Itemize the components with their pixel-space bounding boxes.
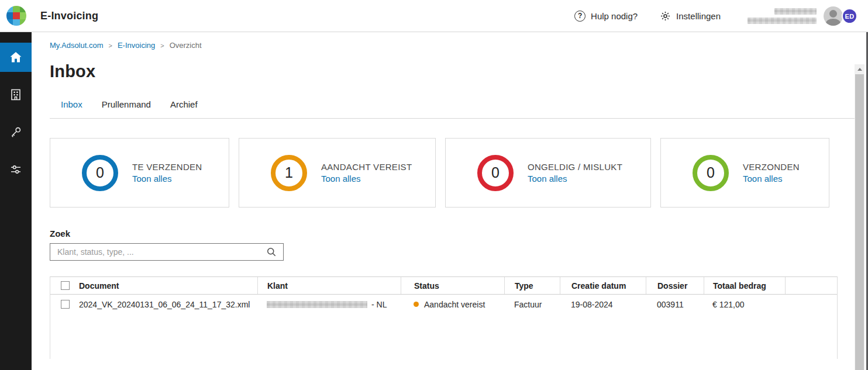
main-content: My.Adsolut.com > E-Invoicing > Overzicht… (32, 32, 854, 370)
table-row[interactable]: 2024_VK_20240131_06_06_24_11_17_32.xml -… (50, 295, 837, 314)
breadcrumb-link-home[interactable]: My.Adsolut.com (50, 41, 104, 50)
breadcrumb-separator: > (109, 42, 112, 49)
sidebar-item-settings[interactable] (0, 155, 32, 184)
building-icon (9, 88, 23, 102)
settings-label: Instellingen (676, 11, 721, 21)
toon-alles-link[interactable]: Toon alles (743, 174, 800, 184)
avatar-initials-badge: ED (842, 8, 857, 24)
user-account[interactable]: ED (748, 6, 857, 26)
search-label: Zoek (50, 229, 854, 238)
sliders-icon (9, 162, 23, 177)
app-logo (6, 6, 26, 26)
home-icon (9, 50, 23, 64)
breadcrumb: My.Adsolut.com > E-Invoicing > Overzicht (50, 41, 854, 50)
help-icon: ? (574, 11, 585, 22)
column-header-creatie-datum: Creatie datum (571, 281, 626, 291)
help-menu-item[interactable]: ? Hulp nodig? (574, 11, 638, 22)
column-header-type: Type (515, 281, 533, 291)
tabs-divider (50, 118, 856, 119)
sidebar-item-dossiers[interactable] (0, 80, 32, 109)
column-header-status: Status (414, 281, 439, 291)
redacted-text-line (748, 18, 817, 24)
card-ongeldig-mislukt: 0 ONGELDIG / MISLUKT Toon alles (445, 138, 651, 208)
row-status: Aandacht vereist (424, 300, 485, 309)
documents-table: Document Klant Status Type Creatie datum… (50, 276, 838, 359)
row-dossier: 003911 (657, 300, 684, 309)
user-avatar-icon (824, 6, 843, 26)
breadcrumb-separator: > (160, 42, 164, 49)
scrollbar-up-button[interactable] (855, 64, 864, 74)
column-header-klant: Klant (267, 281, 288, 291)
row-totaal-bedrag: € 121,00 (712, 300, 745, 309)
sidebar-item-home[interactable] (0, 43, 32, 72)
row-document-name: 2024_VK_20240131_06_06_24_11_17_32.xml (79, 300, 250, 309)
gear-icon (660, 11, 671, 22)
user-name-redacted (748, 8, 817, 24)
tab-inbox[interactable]: Inbox (61, 99, 82, 109)
count-ring-green: 0 (693, 155, 729, 191)
count-ring-red: 0 (477, 155, 514, 191)
card-label: ONGELDIG / MISLUKT (528, 162, 622, 172)
settings-menu-item[interactable]: Instellingen (660, 11, 721, 22)
tab-prullenmand[interactable]: Prullenmand (102, 99, 151, 109)
table-header-row: Document Klant Status Type Creatie datum… (50, 277, 837, 295)
help-label: Hulp nodig? (591, 11, 638, 21)
card-label: AANDACHT VEREIST (321, 162, 412, 172)
row-klant-suffix: - NL (371, 300, 387, 309)
breadcrumb-current: Overzicht (170, 41, 202, 50)
count-ring-blue: 0 (82, 155, 118, 191)
card-te-verzenden: 0 TE VERZENDEN Toon alles (50, 138, 229, 208)
row-klant-redacted (267, 301, 367, 308)
vertical-scrollbar[interactable] (855, 64, 864, 370)
row-checkbox[interactable] (61, 300, 70, 309)
search-box (50, 243, 284, 261)
toon-alles-link[interactable]: Toon alles (132, 174, 202, 184)
summary-cards: 0 TE VERZENDEN Toon alles 1 AANDACHT VER… (50, 138, 854, 208)
card-label: VERZONDEN (743, 162, 800, 172)
card-label: TE VERZENDEN (132, 162, 202, 172)
search-input[interactable] (56, 247, 266, 257)
app-title: E-Invoicing (40, 10, 98, 22)
count-ring-orange: 1 (271, 155, 307, 191)
toon-alles-link[interactable]: Toon alles (321, 174, 412, 184)
column-header-document: Document (79, 281, 119, 291)
key-icon (9, 125, 23, 139)
scrollbar-thumb[interactable] (855, 74, 864, 370)
column-header-dossier: Dossier (657, 281, 687, 291)
card-aandacht-vereist: 1 AANDACHT VEREIST Toon alles (239, 138, 436, 208)
column-header-totaal-bedrag: Totaal bedrag (713, 281, 766, 291)
row-type: Factuur (514, 300, 542, 309)
tab-archief[interactable]: Archief (170, 99, 198, 109)
avatar[interactable]: ED (824, 6, 857, 26)
card-verzonden: 0 VERZONDEN Toon alles (660, 138, 829, 208)
sidebar-item-access[interactable] (0, 117, 32, 147)
search-icon[interactable] (266, 246, 277, 258)
redacted-text-line (774, 8, 817, 15)
page-title: Inbox (50, 62, 854, 81)
status-dot-icon (414, 302, 419, 307)
row-creatie-datum: 19-08-2024 (571, 300, 613, 309)
toon-alles-link[interactable]: Toon alles (528, 174, 622, 184)
top-header: E-Invoicing ? Hulp nodig? Instellingen E… (0, 0, 868, 32)
sidebar-nav (0, 32, 32, 370)
tab-bar: Inbox Prullenmand Archief (50, 99, 854, 109)
breadcrumb-link-einvoicing[interactable]: E-Invoicing (118, 41, 155, 50)
arrow-up-icon (857, 68, 862, 71)
select-all-checkbox[interactable] (61, 281, 70, 290)
